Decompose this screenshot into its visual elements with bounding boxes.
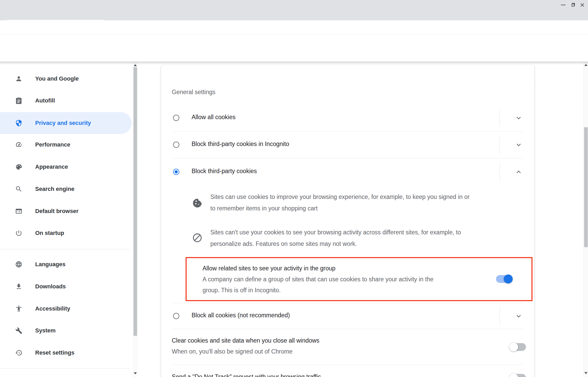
sidebar-item-performance[interactable]: Performance <box>0 134 132 156</box>
sidebar-item-downloads[interactable]: Downloads <box>0 276 132 297</box>
scroll-up-icon[interactable] <box>584 64 587 66</box>
browser-window: Settings - Cookies and other si Chrome <box>0 0 588 377</box>
download-icon <box>15 283 22 290</box>
related-sites-toggle[interactable] <box>496 275 512 283</box>
sidebar-item-default-browser[interactable]: Default browser <box>0 200 132 222</box>
sidebar-scrollbar[interactable] <box>133 62 138 377</box>
related-sites-description-line2: group. This is off in Incognito. <box>203 285 281 296</box>
restore-icon[interactable] <box>571 3 575 7</box>
row-divider <box>500 110 500 127</box>
row-divider <box>500 307 500 325</box>
clear-cookies-toggle[interactable] <box>510 343 526 351</box>
sidebar-item-system[interactable]: System <box>0 320 132 342</box>
search-icon <box>15 185 22 193</box>
speedometer-icon <box>15 141 22 148</box>
radio-allow-all-cookies[interactable] <box>173 115 179 121</box>
related-sites-title: Allow related sites to see your activity… <box>203 264 335 273</box>
sidebar-item-accessibility[interactable]: Accessibility <box>0 298 132 320</box>
sidebar-item-privacy-and-security[interactable]: Privacy and security <box>0 112 132 134</box>
tab-strip: Settings - Cookies and other si <box>0 10 588 20</box>
page-scrollbar-thumb[interactable] <box>584 127 588 247</box>
power-icon <box>15 229 22 237</box>
section-title: General settings <box>172 89 215 96</box>
sidebar-item-languages[interactable]: Languages <box>0 253 132 275</box>
info-text-blocked: Sites can't use your cookies to see your… <box>210 227 461 250</box>
browser-window-icon <box>15 208 22 215</box>
sidebar-item-reset-settings[interactable]: Reset settings <box>0 342 132 364</box>
close-icon[interactable] <box>580 3 584 7</box>
minimize-icon[interactable] <box>561 5 566 5</box>
row-divider <box>500 136 500 154</box>
shield-icon <box>15 119 22 127</box>
row-divider <box>500 163 500 181</box>
chevron-down-icon[interactable] <box>515 114 523 122</box>
scroll-up-icon[interactable] <box>134 64 137 66</box>
cookie-icon <box>192 198 203 208</box>
highlight-annotation-box: Allow related sites to see your activity… <box>186 257 532 301</box>
sidebar-item-on-startup[interactable]: On startup <box>0 222 132 244</box>
radio-block-all[interactable] <box>173 313 179 319</box>
page-scrollbar[interactable] <box>583 62 588 377</box>
radio-row-allow-all-cookies[interactable]: Allow all cookies <box>172 104 523 132</box>
radio-row-block-3p[interactable]: Block third-party cookies <box>172 158 523 186</box>
sidebar-divider <box>0 249 130 249</box>
person-icon <box>15 75 22 82</box>
browser-toolbar: Chrome chrome://settings/cookies <box>0 20 588 34</box>
chevron-up-icon[interactable] <box>515 168 523 176</box>
sidebar-item-appearance[interactable]: Appearance <box>0 156 132 178</box>
reset-clock-icon <box>15 349 22 356</box>
toggle-row-clear-cookies[interactable]: Clear cookies and site data when you clo… <box>172 329 523 365</box>
sidebar-nav: You and Google Autofill Privacy and secu… <box>0 62 138 377</box>
accessibility-icon <box>15 305 22 312</box>
sidebar-item-you-and-google[interactable]: You and Google <box>0 68 132 90</box>
globe-icon <box>15 261 22 268</box>
blocked-icon <box>192 233 203 243</box>
wrench-icon <box>15 327 22 334</box>
chevron-down-icon[interactable] <box>515 141 523 149</box>
radio-block-3p-incognito[interactable] <box>173 142 179 148</box>
sidebar-divider <box>0 368 130 369</box>
scroll-down-icon[interactable] <box>584 372 587 374</box>
related-sites-description-line1: A company can define a group of sites th… <box>203 274 433 285</box>
settings-card: General settings Allow all cookies Block… <box>161 65 534 377</box>
settings-header: D Settings <box>0 34 588 62</box>
info-text-cookies: Sites can use cookies to improve your br… <box>210 191 470 214</box>
radio-row-block-3p-incognito[interactable]: Block third-party cookies in Incognito <box>172 132 523 158</box>
do-not-track-toggle[interactable] <box>510 374 526 377</box>
radio-block-3p[interactable] <box>173 169 179 175</box>
palette-icon <box>15 163 22 171</box>
title-bar <box>0 0 588 10</box>
sidebar-scrollbar-thumb[interactable] <box>133 67 137 336</box>
radio-row-block-all[interactable]: Block all cookies (not recommended) <box>172 303 523 329</box>
clipboard-icon <box>15 97 22 104</box>
sidebar-item-search-engine[interactable]: Search engine <box>0 178 132 200</box>
chevron-down-icon[interactable] <box>515 312 523 320</box>
toggle-row-do-not-track[interactable]: Send a "Do Not Track" request with your … <box>172 365 523 377</box>
sidebar-item-autofill[interactable]: Autofill <box>0 90 132 112</box>
scroll-down-icon[interactable] <box>134 372 137 374</box>
